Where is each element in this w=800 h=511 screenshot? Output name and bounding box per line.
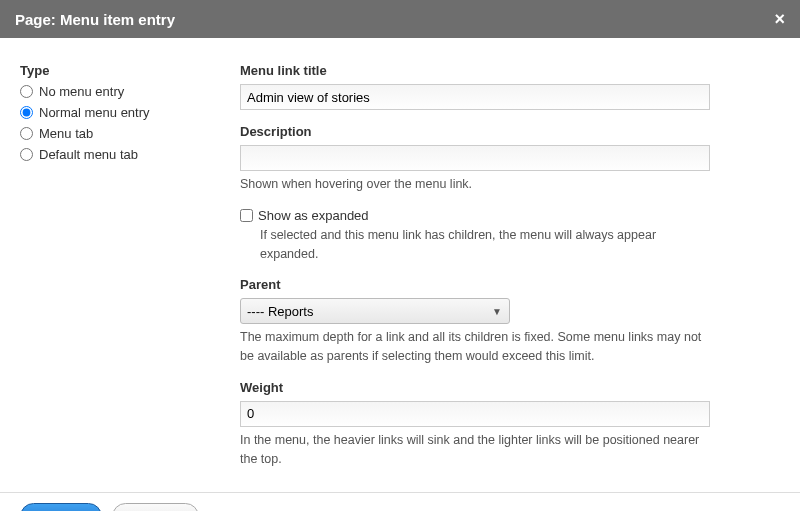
radio-input-menu-tab[interactable]	[20, 127, 33, 140]
menu-link-title-label: Menu link title	[240, 63, 710, 78]
radio-normal-menu-entry[interactable]: Normal menu entry	[20, 105, 240, 120]
show-expanded-checkbox[interactable]	[240, 209, 253, 222]
radio-label: Normal menu entry	[39, 105, 150, 120]
type-radio-group: No menu entry Normal menu entry Menu tab…	[20, 84, 240, 162]
radio-menu-tab[interactable]: Menu tab	[20, 126, 240, 141]
weight-help: In the menu, the heavier links will sink…	[240, 431, 710, 469]
radio-label: Menu tab	[39, 126, 93, 141]
dialog-header: Page: Menu item entry ×	[0, 0, 800, 38]
type-section: Type No menu entry Normal menu entry Men…	[20, 63, 240, 472]
menu-link-title-input[interactable]	[240, 84, 710, 110]
radio-input-no-menu[interactable]	[20, 85, 33, 98]
show-expanded-help: If selected and this menu link has child…	[260, 226, 710, 264]
type-label: Type	[20, 63, 240, 78]
field-menu-link-title: Menu link title	[240, 63, 710, 110]
dialog-body: Type No menu entry Normal menu entry Men…	[0, 38, 800, 492]
parent-help: The maximum depth for a link and all its…	[240, 328, 710, 366]
form-section: Menu link title Description Shown when h…	[240, 63, 780, 472]
close-icon[interactable]: ×	[774, 10, 785, 28]
radio-input-normal[interactable]	[20, 106, 33, 119]
radio-label: No menu entry	[39, 84, 124, 99]
dialog-title: Page: Menu item entry	[15, 11, 175, 28]
dialog-footer: Apply Cancel	[0, 492, 800, 511]
radio-label: Default menu tab	[39, 147, 138, 162]
parent-select[interactable]: ---- Reports	[240, 298, 510, 324]
show-expanded-label: Show as expanded	[258, 208, 369, 223]
parent-label: Parent	[240, 277, 710, 292]
description-help: Shown when hovering over the menu link.	[240, 175, 710, 194]
apply-button[interactable]: Apply	[20, 503, 102, 511]
cancel-button[interactable]: Cancel	[112, 503, 198, 511]
weight-label: Weight	[240, 380, 710, 395]
radio-input-default-tab[interactable]	[20, 148, 33, 161]
weight-input[interactable]	[240, 401, 710, 427]
radio-default-menu-tab[interactable]: Default menu tab	[20, 147, 240, 162]
field-show-expanded: Show as expanded If selected and this me…	[240, 208, 710, 264]
field-weight: Weight In the menu, the heavier links wi…	[240, 380, 710, 469]
radio-no-menu-entry[interactable]: No menu entry	[20, 84, 240, 99]
description-label: Description	[240, 124, 710, 139]
field-parent: Parent ---- Reports ▼ The maximum depth …	[240, 277, 710, 366]
description-input[interactable]	[240, 145, 710, 171]
field-description: Description Shown when hovering over the…	[240, 124, 710, 194]
